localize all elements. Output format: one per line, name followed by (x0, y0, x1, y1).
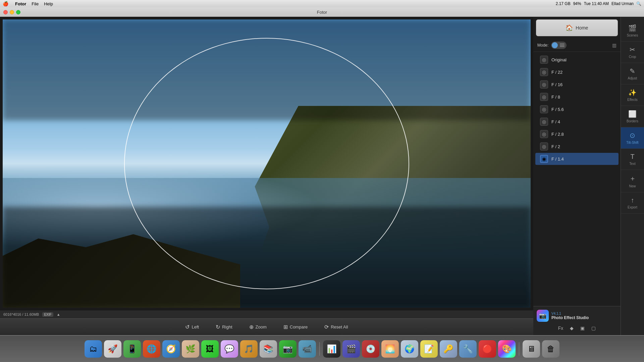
filter-name-7: F / 2 (551, 144, 560, 149)
dock-notes[interactable]: 📝 (420, 340, 438, 358)
borders-tool[interactable]: ⬜ Borders (621, 106, 644, 127)
pes-fx-button[interactable]: Fx (556, 324, 566, 332)
dock-compass[interactable]: 🧭 (162, 340, 180, 358)
rotate-left-label: Left (192, 324, 199, 329)
tiltshift-tool[interactable]: ⊙ Tilt-Shift (621, 127, 644, 149)
dock-avid[interactable]: 🎬 (342, 340, 360, 358)
dock-trash[interactable]: 🗑 (542, 340, 559, 358)
rotate-left-button[interactable]: ↺ Left (182, 322, 202, 331)
maximize-button[interactable] (16, 10, 20, 14)
search-icon[interactable]: 🔍 (636, 1, 641, 6)
dock-xcode[interactable]: 🔧 (459, 340, 477, 358)
dock-keychain[interactable]: 🔑 (440, 340, 457, 358)
rotate-right-label: Right (222, 324, 232, 329)
new-tool[interactable]: ＋ New (621, 170, 644, 192)
filter-item-original[interactable]: ◎Original (535, 54, 619, 66)
dock-photos[interactable]: 🖼 (201, 340, 219, 358)
filter-icon-2: ◎ (540, 80, 548, 88)
home-button[interactable]: 🏠 Home (536, 19, 618, 36)
dock-safari[interactable]: 🌿 (182, 340, 199, 358)
title-bar: Fotor (0, 7, 644, 17)
filter-item-f-/-4[interactable]: ◎F / 4 (535, 116, 619, 128)
pes-logo: 📷 (537, 310, 549, 322)
dock-facetime2[interactable]: 🌍 (401, 340, 418, 358)
dock-separator-1 (319, 342, 320, 356)
rotate-right-button[interactable]: ↻ Right (212, 322, 235, 331)
home-label: Home (576, 25, 588, 31)
menu-file[interactable]: File (32, 1, 39, 6)
filter-name-6: F / 2.8 (551, 132, 564, 137)
filter-item-f-/-1.4[interactable]: ◉F / 1.4 (535, 153, 619, 165)
username: Ellad Urman (611, 1, 634, 6)
dock-dvd[interactable]: 💿 (362, 340, 379, 358)
pes-diamond-button[interactable]: ◆ (568, 324, 576, 332)
dock-finder[interactable]: 🗂 (85, 340, 102, 358)
filter-icon-1: ◎ (540, 68, 548, 76)
export-tool[interactable]: ↑ Export (621, 192, 644, 214)
dock-reminders[interactable]: 🔴 (479, 340, 496, 358)
mode-dot (552, 42, 558, 48)
compare-icon: ⊞ (283, 324, 288, 330)
text-label: Text (629, 162, 635, 166)
rotate-left-icon: ↺ (185, 324, 190, 330)
close-button[interactable] (3, 10, 8, 14)
zoom-button[interactable]: ⊕ Zoom (246, 322, 270, 331)
dock-messages[interactable]: 💬 (221, 340, 238, 358)
clock: Tue 11:40 AM (584, 1, 609, 6)
tiltshift-label: Tilt-Shift (626, 141, 638, 144)
dock-maps[interactable]: 🌐 (143, 340, 160, 358)
apple-menu[interactable]: 🍎 (3, 1, 8, 6)
bottom-toolbar: ↺ Left ↻ Right ⊕ Zoom ⊞ Compare ⟳ Reset … (0, 318, 533, 335)
pes-square-button[interactable]: ▣ (578, 324, 587, 332)
filter-name-1: F / 22 (551, 70, 562, 75)
new-icon: ＋ (629, 174, 636, 183)
image-dimensions: 6016*4016 / 11.60MB (3, 312, 39, 316)
menu-help[interactable]: Help (44, 1, 53, 6)
filter-name-4: F / 5.6 (551, 107, 564, 112)
scenes-tool[interactable]: 🎬 Scenes (621, 20, 644, 42)
dock-appstore[interactable]: 📱 (123, 340, 141, 358)
pes-header: 📷 V4.1.1 Photo Effect Studio (537, 310, 617, 322)
image-canvas[interactable] (3, 19, 531, 308)
filter-icon-5: ◎ (540, 118, 548, 126)
compare-label: Compare (290, 324, 308, 329)
adjust-label: Adjust (628, 76, 637, 80)
dock-itunes[interactable]: 🎵 (240, 340, 258, 358)
filter-item-f-/-22[interactable]: ◎F / 22 (535, 66, 619, 78)
dock-finder2[interactable]: 🖥 (523, 340, 540, 358)
menu-fotor[interactable]: Fotor (15, 1, 26, 6)
adjust-tool[interactable]: ✎ Adjust (621, 63, 644, 84)
compare-button[interactable]: ⊞ Compare (280, 322, 311, 331)
reset-all-button[interactable]: ⟳ Reset All (321, 322, 351, 331)
dock-iphoto[interactable]: 📷 (279, 340, 297, 358)
mode-toggle[interactable] (551, 42, 567, 49)
filter-item-f-/-16[interactable]: ◎F / 16 (535, 78, 619, 90)
zoom-icon: ⊕ (249, 324, 254, 330)
filter-item-f-/-8[interactable]: ◎F / 8 (535, 91, 619, 103)
crop-tool[interactable]: ✂ Crop (621, 42, 644, 63)
filter-icon-4: ◎ (540, 105, 548, 113)
pes-tools: Fx ◆ ▣ ▢ (537, 324, 617, 332)
minimize-button[interactable] (10, 10, 14, 14)
dock-ibooks[interactable]: 📚 (260, 340, 277, 358)
filter-item-f-/-2[interactable]: ◎F / 2 (535, 140, 619, 153)
menu-bar: 🍎 Fotor File Help 2.17 GB 94% Tue 11:40 … (0, 0, 644, 7)
pes-frame-button[interactable]: ▢ (589, 324, 598, 332)
filter-item-f-/-5.6[interactable]: ◎F / 5.6 (535, 103, 619, 115)
pes-version: V4.1.1 (551, 312, 617, 315)
filter-item-f-/-2.8[interactable]: ◎F / 2.8 (535, 128, 619, 140)
dock-colorsync[interactable]: 🎨 (498, 340, 516, 358)
window-title: Fotor (317, 10, 327, 15)
exif-button[interactable]: EXIF (42, 312, 53, 317)
dock-launchpad[interactable]: 🚀 (104, 340, 121, 358)
effects-tool[interactable]: ✨ Effects (621, 84, 644, 106)
filter-name-3: F / 8 (551, 95, 560, 100)
memory-indicator: 2.17 GB (556, 1, 571, 6)
battery-indicator: 94% (573, 1, 581, 6)
dock-photo2[interactable]: 🌅 (381, 340, 399, 358)
right-panel: 🏠 Home Mode: ▥ ◎Original◎F / 22◎F / 16◎F… (533, 17, 621, 335)
reset-icon: ⟳ (324, 324, 329, 330)
text-tool[interactable]: T Text (621, 149, 644, 170)
dock-facetime[interactable]: 📹 (299, 340, 316, 358)
dock-stocks[interactable]: 📊 (323, 340, 340, 358)
